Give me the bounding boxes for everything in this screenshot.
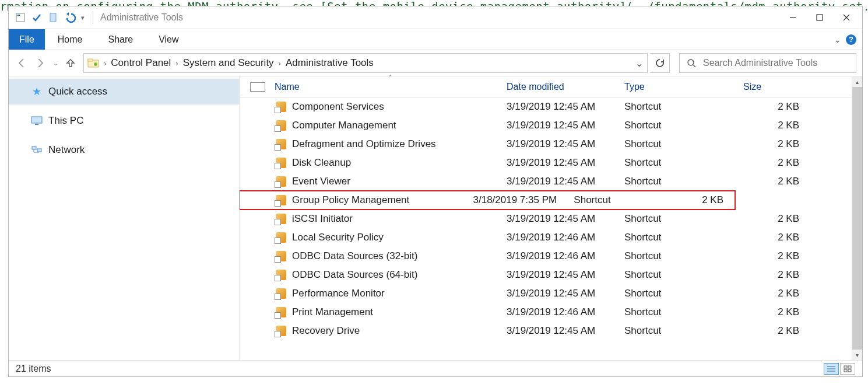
shortcut-icon bbox=[275, 156, 287, 169]
up-button[interactable] bbox=[62, 55, 79, 71]
forward-button[interactable] bbox=[32, 55, 48, 71]
file-row[interactable]: Defragment and Optimize Drives3/19/2019 … bbox=[240, 135, 852, 153]
address-dropdown-icon[interactable]: ⌄ bbox=[631, 54, 647, 72]
checkmark-icon[interactable] bbox=[30, 11, 44, 25]
file-date: 3/18/2019 7:35 PM bbox=[473, 194, 574, 206]
search-box[interactable] bbox=[679, 53, 856, 73]
file-type: Shortcut bbox=[624, 232, 743, 243]
file-size: 2 KB bbox=[743, 213, 811, 225]
help-icon[interactable]: ? bbox=[846, 34, 856, 45]
maximize-button[interactable] bbox=[806, 9, 833, 26]
svg-rect-20 bbox=[848, 366, 851, 368]
file-date: 3/19/2019 12:45 AM bbox=[507, 138, 624, 150]
file-row[interactable]: ODBC Data Sources (64-bit)3/19/2019 12:4… bbox=[240, 266, 852, 284]
nav-network[interactable]: Network bbox=[9, 137, 239, 163]
svg-rect-2 bbox=[50, 13, 56, 22]
file-type: Shortcut bbox=[624, 213, 743, 225]
column-header-type[interactable]: Type bbox=[624, 82, 743, 92]
navigation-bar: ⌄ › Control Panel › System and Security … bbox=[9, 50, 862, 76]
file-row[interactable]: Computer Management3/19/2019 12:45 AMSho… bbox=[240, 116, 852, 135]
file-date: 3/19/2019 12:45 AM bbox=[507, 269, 624, 281]
status-bar: 21 items bbox=[9, 360, 862, 376]
file-type: Shortcut bbox=[574, 194, 676, 206]
folder-icon[interactable] bbox=[46, 11, 60, 25]
shortcut-icon bbox=[275, 287, 287, 300]
scroll-thumb[interactable] bbox=[852, 87, 862, 350]
title-separator bbox=[93, 11, 93, 24]
properties-icon[interactable] bbox=[13, 11, 27, 25]
ribbon-collapse-icon[interactable]: ⌄ bbox=[834, 35, 841, 44]
crumb-control-panel[interactable]: Control Panel bbox=[107, 54, 174, 72]
vertical-scrollbar[interactable]: ▴ ▾ bbox=[852, 76, 862, 360]
navigation-pane: ★ Quick access This PC Network bbox=[9, 76, 240, 360]
file-explorer-window: ▾ Administrative Tools File Home Share V… bbox=[8, 6, 863, 377]
nav-this-pc[interactable]: This PC bbox=[9, 108, 239, 134]
view-toggle bbox=[824, 363, 855, 375]
crumb-chevron-icon[interactable]: › bbox=[277, 59, 282, 68]
svg-rect-10 bbox=[31, 117, 42, 123]
column-header-name[interactable]: ˄ Name bbox=[275, 82, 507, 92]
star-icon: ★ bbox=[31, 86, 43, 97]
file-row[interactable]: ODBC Data Sources (32-bit)3/19/2019 12:4… bbox=[240, 247, 852, 266]
file-size: 2 KB bbox=[743, 288, 811, 299]
ribbon-file-tab[interactable]: File bbox=[9, 29, 45, 50]
file-row[interactable]: Performance Monitor3/19/2019 12:45 AMSho… bbox=[240, 284, 852, 303]
nav-quick-access[interactable]: ★ Quick access bbox=[9, 79, 239, 104]
file-size: 2 KB bbox=[743, 232, 811, 243]
address-bar[interactable]: › Control Panel › System and Security › … bbox=[83, 53, 648, 73]
ribbon-tab-home[interactable]: Home bbox=[45, 29, 96, 50]
svg-point-7 bbox=[94, 62, 97, 66]
column-header-date[interactable]: Date modified bbox=[507, 82, 624, 92]
file-date: 3/19/2019 12:45 AM bbox=[507, 325, 624, 337]
scroll-down-icon[interactable]: ▾ bbox=[852, 350, 862, 360]
file-name: Group Policy Management bbox=[292, 194, 409, 206]
shortcut-icon bbox=[275, 212, 287, 225]
crumb-admin-tools[interactable]: Administrative Tools bbox=[282, 54, 377, 72]
quick-access-toolbar: ▾ bbox=[11, 11, 89, 25]
breadcrumbs: › Control Panel › System and Security › … bbox=[103, 54, 631, 72]
crumb-chevron-icon[interactable]: › bbox=[103, 59, 107, 68]
recent-dropdown-icon[interactable]: ⌄ bbox=[51, 55, 60, 71]
scroll-up-icon[interactable]: ▴ bbox=[852, 76, 862, 87]
ribbon-tab-view[interactable]: View bbox=[146, 29, 191, 50]
qat-dropdown-icon[interactable]: ▾ bbox=[79, 11, 87, 25]
refresh-button[interactable] bbox=[650, 53, 670, 73]
search-input[interactable] bbox=[702, 57, 849, 69]
window-controls bbox=[779, 9, 860, 26]
window-title: Administrative Tools bbox=[100, 12, 183, 23]
svg-rect-13 bbox=[37, 149, 41, 152]
file-row[interactable]: Event Viewer3/19/2019 12:45 AMShortcut2 … bbox=[240, 172, 852, 191]
file-list: Component Services3/19/2019 12:45 AMShor… bbox=[240, 97, 862, 360]
file-date: 3/19/2019 12:45 AM bbox=[507, 288, 624, 299]
column-header-size[interactable]: Size bbox=[743, 82, 811, 92]
shortcut-icon bbox=[275, 306, 287, 319]
file-row[interactable]: Recovery Drive3/19/2019 12:45 AMShortcut… bbox=[240, 322, 852, 340]
file-type: Shortcut bbox=[624, 325, 743, 337]
crumb-system-security[interactable]: System and Security bbox=[180, 54, 277, 72]
file-row[interactable]: Component Services3/19/2019 12:45 AMShor… bbox=[240, 97, 852, 116]
file-name: Recovery Drive bbox=[292, 325, 360, 337]
file-row[interactable]: Group Policy Management3/18/2019 7:35 PM… bbox=[240, 191, 735, 210]
crumb-chevron-icon[interactable]: › bbox=[174, 59, 179, 68]
file-row[interactable]: Disk Cleanup3/19/2019 12:45 AMShortcut2 … bbox=[240, 153, 852, 172]
file-row[interactable]: iSCSI Initiator3/19/2019 12:45 AMShortcu… bbox=[240, 210, 852, 228]
file-row[interactable]: Print Management3/19/2019 12:46 AMShortc… bbox=[240, 303, 852, 322]
back-button[interactable] bbox=[13, 55, 30, 71]
close-button[interactable] bbox=[833, 9, 860, 26]
file-row[interactable]: Local Security Policy3/19/2019 12:46 AMS… bbox=[240, 228, 852, 247]
shortcut-icon bbox=[275, 324, 287, 337]
svg-rect-19 bbox=[844, 366, 847, 368]
minimize-button[interactable] bbox=[779, 9, 806, 26]
monitor-icon bbox=[31, 115, 43, 127]
file-size: 2 KB bbox=[743, 306, 811, 318]
file-size: 2 KB bbox=[743, 120, 811, 131]
ribbon-tab-share[interactable]: Share bbox=[95, 29, 146, 50]
file-name: Disk Cleanup bbox=[292, 157, 351, 169]
header-checkbox[interactable] bbox=[250, 82, 265, 92]
undo-icon[interactable] bbox=[62, 11, 76, 25]
thumbnails-view-button[interactable] bbox=[840, 363, 855, 375]
file-type: Shortcut bbox=[624, 176, 743, 187]
details-view-button[interactable] bbox=[824, 363, 839, 375]
network-icon bbox=[31, 144, 43, 156]
content-pane: ˄ Name Date modified Type Size Component… bbox=[240, 76, 862, 360]
